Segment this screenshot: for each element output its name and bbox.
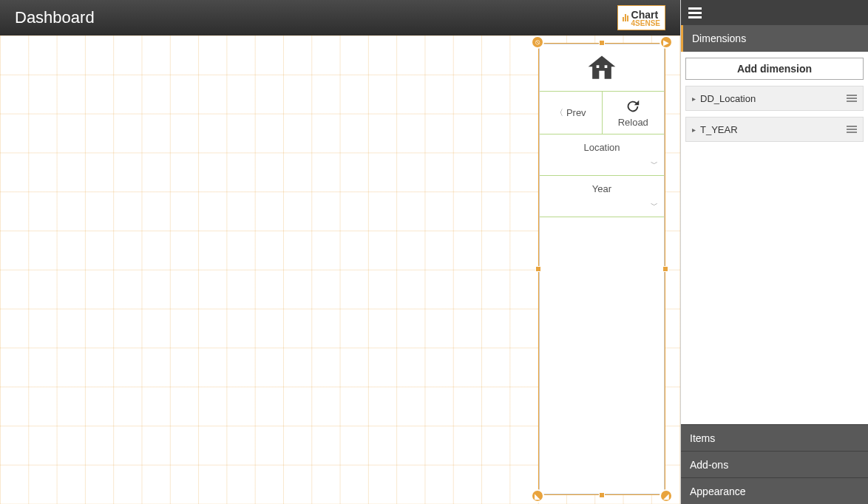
dimension-item[interactable]: ▸ T_YEAR — [685, 117, 864, 142]
app-header: Dashboard Chart 4SENSE — [0, 0, 680, 35]
menu-icon[interactable] — [688, 7, 702, 18]
prev-label: Prev — [566, 107, 586, 118]
add-dimension-button[interactable]: Add dimension — [685, 58, 864, 80]
chevron-down-icon: ﹀ — [651, 159, 658, 169]
main-canvas: Dashboard Chart 4SENSE — [0, 0, 680, 504]
section-appearance[interactable]: Appearance — [681, 477, 868, 504]
drag-handle-icon[interactable] — [847, 95, 857, 102]
home-icon — [586, 52, 618, 84]
resize-handle-top[interactable] — [599, 40, 605, 46]
widget-action-row: 〈 Prev Reload — [540, 92, 664, 134]
panel-topbar — [681, 0, 868, 25]
dimension-item[interactable]: ▸ DD_Location — [685, 86, 864, 111]
resize-handle-bl[interactable]: ◣ — [531, 489, 544, 503]
logo-sub-text: 4SENSE — [631, 21, 660, 27]
chevron-left-icon: 〈 — [555, 107, 563, 118]
dimension-name: DD_Location — [700, 93, 756, 104]
filter-location[interactable]: Location ﹀ — [540, 134, 664, 176]
section-dimensions[interactable]: Dimensions — [681, 25, 868, 52]
section-dimensions-label: Dimensions — [692, 33, 746, 44]
chevron-down-icon: ﹀ — [651, 200, 658, 211]
page-title: Dashboard — [15, 8, 95, 27]
selected-widget[interactable]: 〈 Prev Reload Location ﹀ — [538, 43, 665, 495]
brand-logo: Chart 4SENSE — [617, 5, 665, 30]
drag-handle-icon[interactable] — [847, 126, 857, 133]
resize-handle-tl[interactable]: ⦸ — [531, 35, 544, 49]
section-appearance-label: Appearance — [690, 486, 746, 497]
expand-icon: ▸ — [692, 126, 696, 134]
panel-footer: Items Add-ons Appearance — [681, 424, 868, 504]
sheet-grid-area[interactable]: 〈 Prev Reload Location ﹀ — [0, 35, 680, 504]
dimension-name: T_YEAR — [700, 124, 738, 135]
widget-home-row[interactable] — [540, 44, 664, 92]
logo-bars-icon — [623, 14, 628, 21]
filter-year[interactable]: Year ﹀ — [540, 176, 664, 217]
section-items[interactable]: Items — [681, 424, 868, 451]
resize-handle-bottom[interactable] — [599, 492, 605, 498]
section-addons-label: Add-ons — [690, 459, 728, 471]
prev-button[interactable]: 〈 Prev — [540, 92, 602, 134]
section-addons[interactable]: Add-ons — [681, 451, 868, 477]
resize-handle-left[interactable] — [535, 266, 541, 272]
properties-panel: Dimensions Add dimension ▸ DD_Location ▸… — [680, 0, 868, 504]
resize-handle-right[interactable] — [662, 266, 668, 272]
filter-location-label: Location — [583, 142, 620, 153]
resize-handle-tr[interactable]: ▶ — [660, 35, 673, 49]
dimensions-body: Add dimension ▸ DD_Location ▸ T_YEAR — [681, 52, 868, 424]
filter-year-label: Year — [592, 183, 611, 194]
resize-handle-br[interactable]: ◢ — [660, 489, 673, 503]
add-dimension-label: Add dimension — [737, 63, 812, 75]
section-items-label: Items — [690, 432, 715, 444]
reload-label: Reload — [618, 117, 648, 128]
reload-icon — [625, 98, 641, 115]
reload-button[interactable]: Reload — [602, 92, 665, 134]
expand-icon: ▸ — [692, 95, 696, 103]
widget-body: 〈 Prev Reload Location ﹀ — [539, 44, 665, 494]
